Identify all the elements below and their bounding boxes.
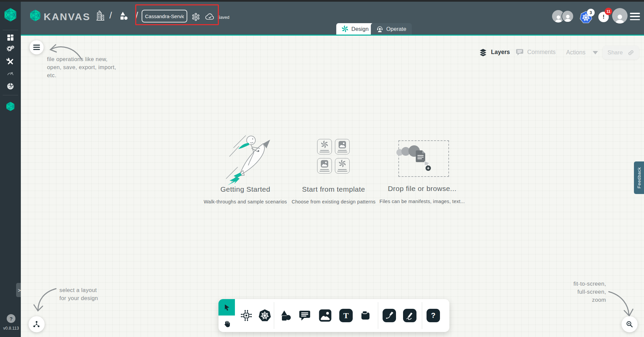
freehand-tool-button[interactable] (403, 308, 417, 323)
rocket-illustration (218, 128, 277, 185)
zoom-annotation: fit-to-screen, full-screen, zoom (539, 280, 606, 304)
layout-annotation: select a layout for your design (59, 286, 98, 302)
toolbar-help-button[interactable]: ? (426, 308, 440, 323)
pencil-scribble-icon (405, 311, 414, 320)
layers-toggle[interactable]: Layers (479, 48, 510, 57)
header-menu-button[interactable] (630, 13, 640, 20)
toolbar-divider (274, 302, 274, 329)
share-label: Share (607, 49, 623, 56)
pen-path-icon (385, 311, 394, 320)
text-tool-button[interactable]: T (339, 308, 353, 323)
comment-icon (298, 309, 311, 322)
brand-wordmark: KANVAS (44, 11, 90, 22)
hand-icon (223, 320, 231, 328)
app-header: KANVAS / / (21, 2, 644, 35)
select-tool-button[interactable] (218, 299, 235, 316)
sidebar-item-toolkit[interactable] (0, 57, 21, 67)
note-icon (359, 309, 372, 322)
image-icon (318, 309, 332, 322)
user-avatar[interactable] (612, 8, 628, 23)
tab-operate[interactable]: Operate (371, 23, 412, 35)
layout-graph-icon (32, 320, 41, 329)
component-chip-icon (240, 309, 253, 322)
file-drop-zone[interactable] (398, 140, 449, 177)
design-spiral-icon (342, 26, 348, 32)
gears-icon (6, 45, 15, 55)
cloud-saved-icon (205, 12, 215, 22)
sidebar-divider (3, 30, 18, 30)
sidebar-item-catalog[interactable] (0, 82, 21, 92)
kubernetes-icon (258, 309, 271, 322)
pen-tool-button[interactable] (382, 308, 396, 323)
upload-illustration (399, 141, 450, 178)
layers-icon (479, 48, 488, 57)
card-subtitle: Files can be manifests, images, text... (368, 199, 476, 204)
version-label: v0.8.113 (1, 326, 21, 331)
kanvas-app: ? v0.8.113 > KANVAS / / (0, 0, 644, 337)
sidebar-item-dashboard[interactable] (0, 34, 21, 43)
file-menu-button[interactable] (30, 40, 44, 54)
sidebar-item-performance[interactable] (0, 69, 21, 79)
shapes-icon (279, 309, 293, 322)
sidebar-divider (3, 95, 18, 95)
image-tool-button[interactable] (318, 308, 332, 323)
components-tool-button[interactable] (239, 308, 253, 323)
tab-design[interactable]: Design (336, 23, 374, 35)
chevron-down-icon (593, 51, 598, 54)
help-glyph: ? (9, 316, 12, 322)
help-glyph: ? (427, 309, 440, 322)
share-button[interactable]: Share (603, 46, 639, 59)
kubernetes-tool-button[interactable] (258, 308, 272, 323)
notification-count-badge: 11 (605, 8, 612, 15)
actions-dropdown[interactable]: Actions (566, 49, 598, 56)
canvas-toolbar: T (218, 299, 449, 332)
breadcrumb-separator: / (136, 10, 138, 21)
catalog-pie-icon (6, 82, 15, 92)
kanvas-logo-icon[interactable] (29, 9, 42, 23)
comments-icon (515, 48, 524, 56)
layout-select-button[interactable] (29, 316, 45, 332)
dashboard-icon (6, 34, 14, 43)
zoom-arrow (604, 287, 634, 319)
tools-icon (6, 57, 15, 67)
card-title: Drop file or browse... (368, 185, 476, 193)
menu-icon (33, 45, 40, 50)
organization-icon[interactable] (95, 10, 105, 23)
notifications-button[interactable]: ! 11 (598, 11, 614, 25)
breadcrumb-separator: / (109, 10, 112, 21)
file-ops-annotation: file operations like new, open, save, ex… (47, 55, 116, 79)
kubernetes-count-badge: 3 (587, 9, 595, 16)
feedback-tab[interactable]: Feedback (634, 161, 644, 194)
zoom-in-icon (626, 320, 634, 328)
design-canvas[interactable]: file operations like new, open, save, ex… (21, 36, 644, 337)
template-thumb (317, 139, 332, 154)
text-tool-glyph: T (339, 309, 353, 322)
template-thumb (317, 158, 332, 174)
layers-label: Layers (491, 49, 510, 56)
design-name-input[interactable] (142, 10, 187, 22)
workspace-shapes-icon[interactable] (118, 10, 130, 24)
tab-design-label: Design (351, 26, 368, 32)
speedometer-icon (6, 69, 14, 79)
comment-tool-button[interactable] (298, 308, 312, 323)
zoom-button[interactable] (622, 316, 638, 332)
template-thumb (335, 158, 350, 174)
note-tool-button[interactable] (358, 308, 373, 323)
sidebar-item-settings[interactable] (0, 45, 21, 55)
cursor-icon (223, 303, 231, 311)
kubernetes-context-button[interactable]: 3 (580, 10, 594, 24)
layout-arrow (32, 285, 60, 316)
pan-tool-button[interactable] (218, 316, 235, 332)
template-thumb (335, 139, 350, 154)
environment-cluster-icon[interactable] (191, 12, 200, 23)
sidebar-item-kanvas[interactable] (0, 101, 21, 111)
help-button[interactable]: ? (7, 314, 15, 323)
comments-label: Comments (527, 49, 556, 56)
toolbar-divider (422, 302, 422, 329)
shapes-tool-button[interactable] (279, 308, 293, 323)
collaborator-avatar[interactable] (561, 10, 574, 22)
operate-headset-icon (376, 26, 383, 33)
comments-button[interactable]: Comments (515, 48, 556, 56)
meshery-logo[interactable] (0, 7, 21, 22)
tab-operate-label: Operate (386, 26, 406, 32)
